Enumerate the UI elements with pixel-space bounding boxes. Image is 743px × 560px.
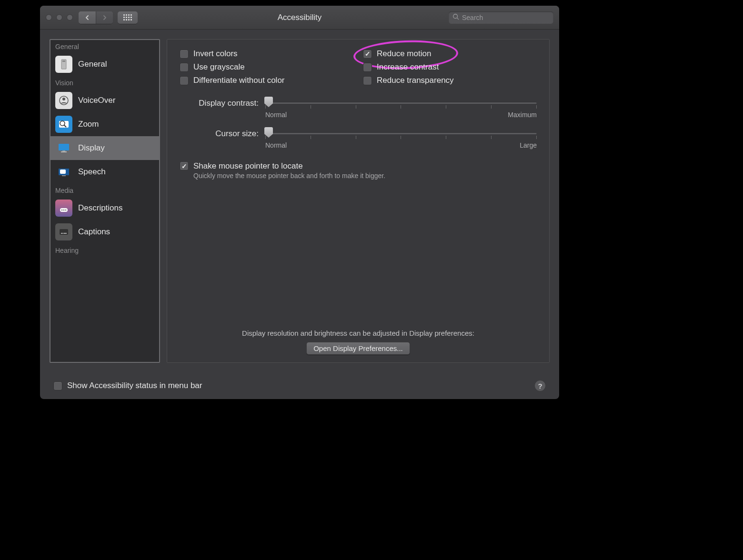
cursor-min-label: Normal (265, 141, 287, 149)
descriptions-icon (55, 200, 72, 217)
show-status-row: Show Accessibility status in menu bar (53, 381, 202, 390)
sidebar[interactable]: General General Vision VoiceOver Zoom (50, 39, 160, 363)
titlebar: Accessibility (40, 6, 559, 30)
use-grayscale-label: Use grayscale (193, 62, 245, 72)
shake-row: Shake mouse pointer to locate Quickly mo… (180, 161, 537, 180)
close-window-button[interactable] (46, 14, 52, 20)
back-button[interactable] (79, 11, 96, 24)
invert-colors-label: Invert colors (193, 49, 238, 59)
sidebar-item-display[interactable]: Display (50, 136, 159, 160)
sidebar-section-vision: Vision (50, 76, 159, 89)
show-all-button[interactable] (118, 11, 138, 24)
sidebar-item-captions[interactable]: Captions (50, 220, 159, 244)
show-status-label: Show Accessibility status in menu bar (67, 381, 202, 390)
sidebar-item-label: Descriptions (78, 203, 123, 213)
svg-point-0 (453, 14, 458, 18)
voiceover-icon (55, 92, 72, 109)
zoom-icon (55, 116, 72, 133)
sidebar-item-speech[interactable]: Speech (50, 160, 159, 184)
sidebar-section-media: Media (50, 184, 159, 196)
display-contrast-label: Display contrast: (180, 98, 265, 108)
svg-rect-10 (62, 150, 65, 151)
search-field[interactable] (449, 11, 553, 24)
svg-rect-3 (62, 60, 65, 62)
svg-point-18 (65, 210, 67, 211)
captions-icon (55, 223, 72, 240)
traffic-lights (46, 14, 73, 20)
cursor-size-label: Cursor size: (180, 128, 265, 139)
forward-button[interactable] (96, 11, 113, 24)
footer: Show Accessibility status in menu bar ? (40, 372, 559, 399)
cursor-size-row: Cursor size: Normal Large (180, 128, 537, 149)
sidebar-item-zoom[interactable]: Zoom (50, 112, 159, 136)
show-status-checkbox[interactable] (53, 381, 62, 390)
svg-rect-9 (59, 144, 69, 150)
increase-contrast-row: Increase contrast (363, 62, 537, 72)
search-icon (452, 13, 462, 22)
speech-icon (55, 163, 72, 180)
grid-icon (123, 14, 132, 20)
minimize-window-button[interactable] (56, 14, 62, 20)
accessibility-window: Accessibility General General Vision (40, 6, 559, 399)
search-input[interactable] (462, 14, 550, 21)
shake-checkbox[interactable] (180, 161, 189, 170)
svg-point-16 (61, 210, 63, 211)
help-button[interactable]: ? (534, 380, 546, 391)
sidebar-item-label: VoiceOver (78, 96, 115, 105)
cursor-size-slider[interactable] (265, 128, 537, 139)
sidebar-item-label: Display (78, 143, 105, 153)
reduce-motion-label: Reduce motion (377, 49, 431, 59)
svg-point-17 (63, 210, 65, 211)
display-icon (55, 140, 72, 157)
svg-rect-19 (60, 229, 68, 235)
shake-sub: Quickly move the mouse pointer back and … (193, 172, 385, 180)
sidebar-item-general[interactable]: General (50, 52, 159, 76)
content: General General Vision VoiceOver Zoom (40, 30, 559, 372)
sidebar-section-general: General (50, 40, 159, 52)
general-icon (55, 56, 72, 73)
svg-point-5 (62, 98, 65, 100)
differentiate-row: Differentiate without color (180, 76, 353, 85)
invert-colors-checkbox[interactable] (180, 50, 189, 59)
open-display-preferences-button[interactable]: Open Display Preferences... (306, 342, 410, 355)
differentiate-checkbox[interactable] (180, 76, 189, 85)
differentiate-label: Differentiate without color (193, 76, 285, 85)
cursor-max-label: Large (520, 141, 537, 149)
display-contrast-row: Display contrast: Normal Maximum (180, 98, 537, 119)
reduce-motion-row: Reduce motion (363, 49, 537, 59)
zoom-window-button[interactable] (67, 14, 73, 20)
shake-heading: Shake mouse pointer to locate (193, 161, 385, 171)
sidebar-section-hearing: Hearing (50, 244, 159, 256)
sidebar-item-label: Zoom (78, 120, 99, 129)
sidebar-item-label: Speech (78, 167, 106, 177)
display-contrast-slider[interactable] (265, 98, 537, 108)
sidebar-item-label: General (78, 60, 107, 69)
sidebar-item-voiceover[interactable]: VoiceOver (50, 89, 159, 112)
reduce-motion-checkbox[interactable] (363, 50, 372, 59)
increase-contrast-label: Increase contrast (377, 62, 439, 72)
reduce-transparency-label: Reduce transparency (377, 76, 454, 85)
display-panel: Invert colors Reduce motion Use grayscal… (167, 39, 550, 363)
sidebar-item-label: Captions (78, 227, 110, 237)
reduce-transparency-checkbox[interactable] (363, 76, 372, 85)
use-grayscale-checkbox[interactable] (180, 63, 189, 72)
reduce-transparency-row: Reduce transparency (363, 76, 537, 85)
increase-contrast-checkbox[interactable] (363, 63, 372, 72)
svg-rect-21 (63, 233, 67, 234)
svg-line-1 (457, 18, 459, 20)
svg-rect-20 (61, 233, 63, 234)
nav-back-forward (79, 11, 113, 24)
display-options-grid: Invert colors Reduce motion Use grayscal… (180, 49, 537, 85)
use-grayscale-row: Use grayscale (180, 62, 353, 72)
svg-rect-14 (62, 175, 66, 176)
contrast-max-label: Maximum (508, 111, 537, 119)
svg-rect-13 (60, 170, 66, 174)
bottom-note-text: Display resolution and brightness can be… (180, 329, 537, 337)
invert-colors-row: Invert colors (180, 49, 353, 59)
bottom-note: Display resolution and brightness can be… (180, 310, 537, 355)
contrast-min-label: Normal (265, 111, 287, 119)
sidebar-item-descriptions[interactable]: Descriptions (50, 196, 159, 220)
svg-rect-11 (61, 151, 67, 152)
